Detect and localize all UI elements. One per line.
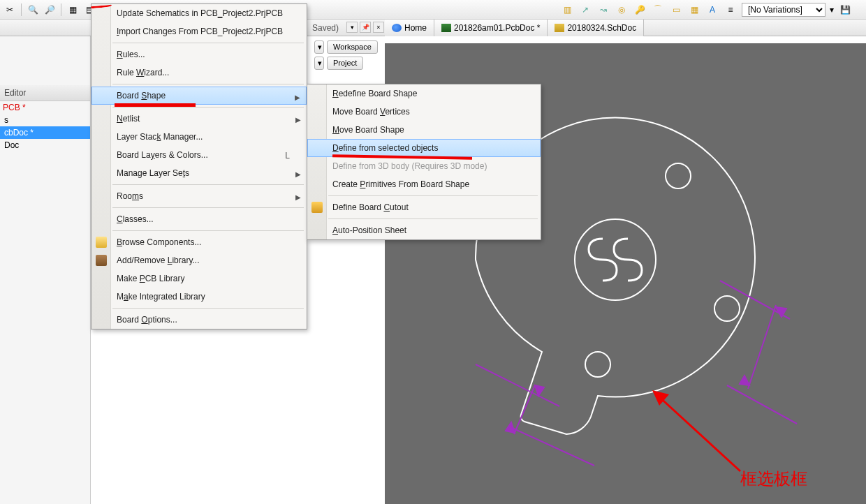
menu-item[interactable]: Move Board Vertices — [307, 103, 541, 121]
svg-line-11 — [514, 385, 535, 434]
panel-pin-icon[interactable]: ▾ — [346, 22, 358, 33]
tab-schdoc[interactable]: 20180324.SchDoc — [548, 20, 644, 36]
menu-item[interactable]: Rule Wizard... — [91, 64, 307, 82]
project-node[interactable]: PCB * — [0, 101, 90, 114]
project-file[interactable]: Doc — [0, 139, 90, 151]
project-button[interactable]: Project — [327, 57, 363, 70]
menu-item[interactable]: Add/Remove Library... — [91, 251, 307, 269]
tab-pcbdoc[interactable]: 201826am01.PcbDoc * — [434, 20, 548, 36]
svg-line-9 — [476, 364, 559, 406]
svg-point-1 — [666, 163, 691, 188]
svg-line-10 — [511, 427, 594, 466]
menu-item[interactable]: Board Shape▶ — [91, 87, 307, 105]
panel-close-icon[interactable]: × — [373, 22, 384, 33]
workspace-button[interactable]: Workspace — [327, 40, 378, 54]
project-file[interactable]: cbDoc * — [0, 126, 90, 139]
tab-label: 201826am01.PcbDoc * — [454, 23, 540, 33]
toolbar-icon[interactable]: A — [705, 3, 719, 17]
panel-pin-icon[interactable]: 📌 — [360, 22, 371, 33]
menu-item[interactable]: Manage Layer Sets▶ — [91, 164, 307, 182]
home-icon — [392, 24, 402, 32]
menu-item[interactable]: Board Options... — [91, 311, 307, 329]
toolbar-icon[interactable]: 🔍 — [26, 3, 40, 17]
menu-item[interactable]: Board Layers & Colors...L — [91, 146, 307, 164]
toolbar-icon[interactable]: ⌒ — [651, 3, 665, 17]
menu-item[interactable]: Update Schematics in PCB_Project2.PrjPCB — [91, 4, 307, 22]
menu-item[interactable]: Layer Stack Manager... — [91, 128, 307, 146]
menu-item[interactable]: Rules... — [91, 45, 307, 64]
project-file[interactable]: s — [0, 114, 90, 126]
dropdown-toggle[interactable]: ▾ — [314, 40, 324, 54]
menu-item[interactable]: Import Changes From PCB_Project2.PrjPCB — [91, 22, 307, 40]
svg-marker-13 — [506, 422, 515, 433]
saved-indicator: Saved) — [312, 23, 339, 33]
dropdown-toggle[interactable]: ▾ — [314, 57, 324, 70]
menu-item: Define from 3D body (Requires 3D mode) — [307, 157, 541, 175]
side-button-group: ▾ Workspace ▾ Project — [314, 40, 378, 70]
toolbar-icon[interactable]: 💾 — [838, 3, 852, 17]
toolbar-icon[interactable]: ▥ — [560, 3, 574, 17]
variations-dropdown[interactable]: [No Variations] — [742, 3, 825, 17]
menu-item[interactable]: Browse Components... — [91, 233, 307, 251]
menu-item[interactable]: Move Board Shape — [307, 121, 541, 139]
menu-item[interactable]: Create Primitives From Board Shape — [307, 175, 541, 193]
menu-item[interactable]: Netlist▶ — [91, 110, 307, 128]
board-shape-submenu: Redefine Board ShapeMove Board VerticesM… — [307, 84, 541, 240]
toolbar-icon[interactable]: ◎ — [615, 3, 629, 17]
annotation-text: 框选板框 — [740, 468, 807, 490]
toolbar-icon[interactable]: ▦ — [66, 3, 80, 17]
svg-point-3 — [585, 352, 610, 377]
annotation-arrow — [650, 387, 754, 492]
tab-label: 20180324.SchDoc — [567, 23, 636, 33]
project-panel: Editor PCB * s cbDoc * Doc — [0, 36, 91, 504]
menu-item[interactable]: Define Board Cutout — [307, 198, 541, 216]
toolbar-icon[interactable]: ▭ — [669, 3, 683, 17]
toolbar-icon[interactable]: ↝ — [596, 3, 610, 17]
annotation-underline — [115, 103, 196, 107]
svg-point-2 — [714, 296, 740, 321]
toolbar-icon[interactable]: ✂ — [3, 3, 17, 17]
panel-header: Editor — [0, 85, 90, 101]
svg-point-0 — [575, 219, 656, 300]
menu-item[interactable]: Redefine Board Shape — [307, 84, 541, 103]
design-menu: Update Schematics in PCB_Project2.PrjPCB… — [91, 3, 307, 329]
menu-item[interactable]: Make PCB Library — [91, 269, 307, 288]
menu-item[interactable]: Make Integrated Library — [91, 288, 307, 306]
toolbar-icon[interactable]: 🔑 — [633, 3, 647, 17]
pcb-file-icon — [441, 24, 451, 32]
toolbar-icon[interactable]: 🔎 — [43, 3, 57, 17]
sch-file-icon — [555, 24, 564, 32]
tab-label: Home — [404, 23, 427, 33]
menu-item[interactable]: Rooms▶ — [91, 187, 307, 205]
menu-item[interactable]: Auto-Position Sheet — [307, 221, 541, 239]
tab-home[interactable]: Home — [385, 20, 434, 36]
svg-line-14 — [656, 394, 740, 471]
svg-marker-8 — [740, 376, 749, 385]
toolbar-icon[interactable]: ≡ — [724, 3, 737, 17]
toolbar-icon[interactable]: ↗ — [578, 3, 592, 17]
svg-line-6 — [748, 305, 776, 389]
toolbar-icon[interactable]: ▦ — [687, 3, 701, 17]
menu-item[interactable]: Classes... — [91, 210, 307, 228]
